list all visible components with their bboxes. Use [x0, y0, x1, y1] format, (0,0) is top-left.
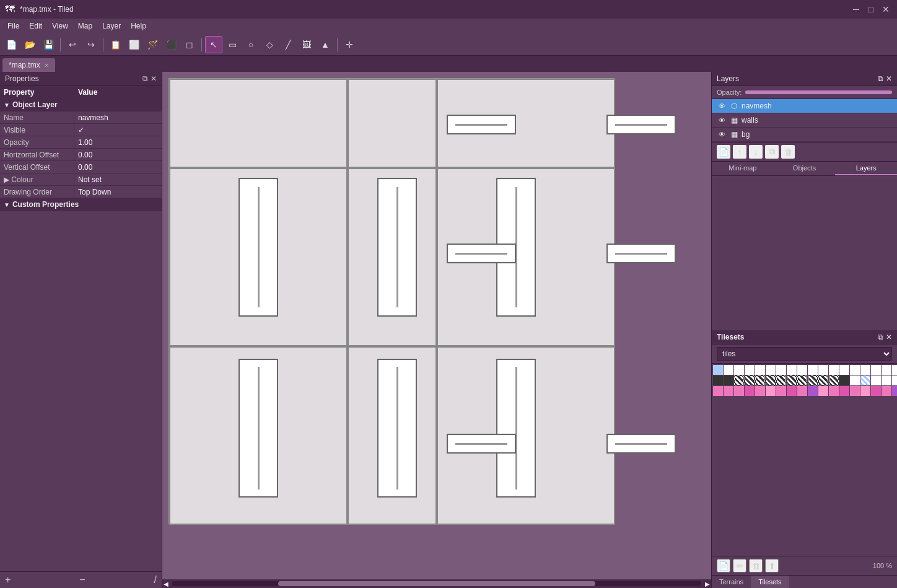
tile-43[interactable] [787, 386, 797, 396]
edit-tileset-button[interactable]: ✏ [733, 559, 746, 573]
create-rect-button[interactable]: ▭ [224, 36, 241, 53]
object-layer-section[interactable]: ▼ Object Layer [0, 99, 162, 112]
tile-25[interactable] [787, 375, 797, 385]
remove-layer-button[interactable]: 🗑 [781, 145, 795, 159]
tile-5[interactable] [766, 365, 776, 375]
select-objects-button[interactable]: ↖ [205, 36, 222, 53]
tile-42[interactable] [776, 386, 786, 396]
tilesets-close-button[interactable]: ✕ [886, 333, 892, 341]
tile-4[interactable] [755, 365, 765, 375]
properties-float-button[interactable]: ⧉ [142, 74, 148, 83]
tile-36[interactable] [713, 386, 723, 396]
layer-item-navmesh[interactable]: 👁 ⬡ navmesh [712, 99, 897, 113]
tile-28[interactable] [818, 375, 828, 385]
menu-map[interactable]: Map [73, 20, 97, 32]
tile-53[interactable] [892, 386, 897, 396]
tile-45[interactable] [808, 386, 818, 396]
tile-47[interactable] [829, 386, 839, 396]
fill-button[interactable]: ⬛ [162, 36, 180, 53]
terrain-button[interactable]: ▲ [317, 36, 334, 53]
create-polygon-button[interactable]: ◇ [261, 36, 278, 53]
tile-10[interactable] [818, 365, 828, 375]
close-button[interactable]: ✕ [880, 3, 892, 15]
tab-tilesets[interactable]: Tilesets [751, 576, 789, 588]
stamp-button[interactable]: 📋 [107, 36, 124, 53]
select-button[interactable]: ⬜ [125, 36, 142, 53]
horizontal-scrollbar[interactable]: ◀ ▶ [162, 579, 711, 588]
layers-float-button[interactable]: ⧉ [878, 74, 883, 83]
export-tileset-button[interactable]: ⬆ [765, 559, 779, 573]
layer-vis-walls[interactable]: 👁 [717, 115, 727, 125]
opacity-slider[interactable] [745, 90, 892, 94]
tileset-dropdown[interactable]: tiles [717, 347, 892, 361]
tile-48[interactable] [839, 386, 849, 396]
tile-8[interactable] [797, 365, 807, 375]
tile-44[interactable] [797, 386, 807, 396]
move-layer-down-button[interactable]: ↓ [749, 145, 763, 159]
tile-27[interactable] [808, 375, 818, 385]
pan-button[interactable]: ✛ [341, 36, 358, 53]
tile-51[interactable] [871, 386, 881, 396]
tile-32[interactable] [860, 375, 870, 385]
tile-0[interactable] [713, 365, 723, 375]
tile-23[interactable] [766, 375, 776, 385]
canvas-scroll[interactable] [162, 72, 711, 579]
tile-29[interactable] [829, 375, 839, 385]
remove-property-button[interactable]: − [79, 574, 85, 586]
tile-33[interactable] [871, 375, 881, 385]
tile-50[interactable] [860, 386, 870, 396]
map-tab[interactable]: *map.tmx ✕ [2, 58, 55, 72]
tilesets-float-button[interactable]: ⧉ [878, 333, 883, 341]
layer-item-bg[interactable]: 👁 ▦ bg [712, 128, 897, 142]
shape-button[interactable]: ◻ [181, 36, 198, 53]
create-ellipse-button[interactable]: ○ [242, 36, 260, 53]
tile-41[interactable] [766, 386, 776, 396]
add-layer-button[interactable]: 📄 [717, 145, 730, 159]
create-polyline-button[interactable]: ╱ [279, 36, 297, 53]
tile-30[interactable] [839, 375, 849, 385]
layer-item-walls[interactable]: 👁 ▦ walls [712, 113, 897, 128]
save-file-button[interactable]: 💾 [40, 36, 57, 53]
menu-file[interactable]: File [2, 20, 24, 32]
tile-14[interactable] [860, 365, 870, 375]
tile-20[interactable] [734, 375, 744, 385]
tile-17[interactable] [892, 365, 897, 375]
tile-2[interactable] [734, 365, 744, 375]
tile-22[interactable] [755, 375, 765, 385]
tile-49[interactable] [850, 386, 860, 396]
tab-minimap[interactable]: Mini-map [712, 162, 774, 175]
create-template-button[interactable]: 🖼 [298, 36, 315, 53]
layer-vis-bg[interactable]: 👁 [717, 129, 727, 139]
hscroll-thumb[interactable] [278, 581, 595, 586]
magic-wand-button[interactable]: 🪄 [144, 36, 161, 53]
layers-close-button[interactable]: ✕ [886, 74, 892, 83]
tile-18[interactable] [713, 375, 723, 385]
duplicate-layer-button[interactable]: ⧉ [765, 145, 779, 159]
tab-close-button[interactable]: ✕ [44, 62, 49, 69]
redo-button[interactable]: ↪ [82, 36, 100, 53]
hscroll-left-button[interactable]: ◀ [162, 581, 170, 587]
titlebar-controls[interactable]: ─ □ ✕ [850, 3, 892, 15]
undo-button[interactable]: ↩ [64, 36, 81, 53]
layer-vis-navmesh[interactable]: 👁 [717, 101, 727, 111]
tile-37[interactable] [724, 386, 733, 396]
tile-6[interactable] [776, 365, 786, 375]
tile-11[interactable] [829, 365, 839, 375]
tile-38[interactable] [734, 386, 744, 396]
minimize-button[interactable]: ─ [850, 3, 862, 15]
menu-edit[interactable]: Edit [24, 20, 47, 32]
tab-objects[interactable]: Objects [774, 162, 836, 175]
tile-7[interactable] [787, 365, 797, 375]
hscroll-track[interactable] [172, 581, 701, 586]
menu-help[interactable]: Help [126, 20, 151, 32]
custom-properties-section[interactable]: ▼ Custom Properties [0, 198, 162, 211]
tileset-grid[interactable] [712, 364, 897, 556]
tile-12[interactable] [839, 365, 849, 375]
tile-31[interactable] [850, 375, 860, 385]
tile-34[interactable] [882, 375, 891, 385]
hscroll-right-button[interactable]: ▶ [704, 581, 711, 587]
tile-46[interactable] [818, 386, 828, 396]
properties-close-button[interactable]: ✕ [151, 74, 157, 83]
tile-3[interactable] [745, 365, 755, 375]
tab-layers[interactable]: Layers [835, 162, 897, 175]
